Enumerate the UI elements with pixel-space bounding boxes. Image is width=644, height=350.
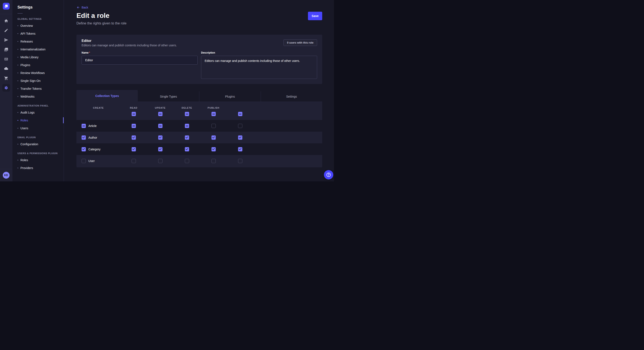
subnav-section-users-permissions-plugin: USERS & PERMISSIONS PLUGIN Roles Provide… (12, 152, 64, 172)
section-label: GLOBAL SETTINGS (18, 17, 64, 20)
subnav-item-review-workflows[interactable]: Review Workflows (12, 69, 64, 77)
tab-plugins[interactable]: Plugins (199, 91, 261, 102)
subnav-item-up-roles[interactable]: Roles (12, 156, 64, 164)
subnav-title: Settings (18, 5, 64, 9)
row-label: Article (88, 124, 97, 128)
author-update-checkbox[interactable] (185, 136, 189, 140)
row-checkbox-author[interactable] (82, 136, 86, 140)
description-field-group: Description Editors can manage and publi… (201, 51, 317, 80)
cloud-nav-button[interactable] (2, 65, 10, 72)
subnav-item-up-providers[interactable]: Providers (12, 164, 64, 172)
subnav-item-email-configuration[interactable]: Configuration (12, 140, 64, 148)
description-textarea[interactable]: Editors can manage and publish contents … (201, 56, 317, 79)
settings-subnav: Settings GLOBAL SETTINGS Overview API To… (12, 0, 64, 181)
article-update-checkbox[interactable] (185, 124, 189, 128)
row-label: User (88, 159, 95, 163)
bullet-dot-icon (18, 57, 18, 58)
row-checkbox-user[interactable] (82, 159, 86, 163)
subnav-item-audit-logs[interactable]: Audit Logs (12, 108, 64, 116)
user-avatar[interactable]: KD (3, 172, 10, 178)
subnav-section-administration-panel: ADMINISTRATION PANEL Audit Logs Roles Us… (12, 104, 64, 132)
category-update-checkbox[interactable] (185, 147, 189, 151)
user-delete-checkbox[interactable] (212, 159, 216, 163)
back-link[interactable]: Back (76, 6, 88, 9)
author-delete-checkbox[interactable] (212, 136, 216, 140)
author-publish-checkbox[interactable] (238, 136, 242, 140)
article-publish-checkbox[interactable] (238, 124, 242, 128)
bullet-dot-icon (18, 120, 18, 121)
subnav-item-api-tokens[interactable]: API Tokens (12, 29, 64, 37)
category-read-checkbox[interactable] (158, 147, 162, 151)
role-name-heading: Editor (82, 39, 177, 43)
subnav-item-plugins[interactable]: Plugins (12, 61, 64, 69)
rail-divider (0, 14, 12, 14)
content-type-builder-nav-button[interactable] (2, 55, 10, 63)
settings-nav-button[interactable] (2, 84, 10, 92)
releases-nav-button[interactable] (2, 36, 10, 44)
select-all-delete-checkbox[interactable] (212, 112, 216, 116)
pen-icon (4, 28, 8, 32)
strapi-logo[interactable] (3, 3, 10, 9)
home-nav-button[interactable] (2, 17, 10, 25)
paper-plane-icon (4, 38, 8, 42)
article-create-checkbox[interactable] (132, 124, 136, 128)
article-delete-checkbox[interactable] (212, 124, 216, 128)
strapi-logo-icon (4, 4, 8, 8)
rail-bottom-divider (0, 169, 12, 169)
media-library-nav-button[interactable] (2, 46, 10, 53)
tab-single-types[interactable]: Single Types (138, 91, 199, 102)
column-header-publish: PUBLISH (208, 107, 219, 109)
select-all-publish-checkbox[interactable] (238, 112, 242, 116)
permission-row-category: Category (76, 143, 322, 155)
role-details-card: Editor Editors can manage and publish co… (76, 35, 322, 84)
layout-icon (4, 57, 8, 61)
subnav-item-media-library[interactable]: Media Library (12, 53, 64, 61)
tab-settings[interactable]: Settings (261, 91, 322, 102)
author-read-checkbox[interactable] (158, 136, 162, 140)
subnav-item-internationalization[interactable]: Internationalization (12, 45, 64, 53)
category-publish-checkbox[interactable] (238, 147, 242, 151)
category-delete-checkbox[interactable] (212, 147, 216, 151)
select-all-update-checkbox[interactable] (185, 112, 189, 116)
bullet-dot-icon (18, 80, 18, 81)
subnav-item-webhooks[interactable]: Webhooks (12, 93, 64, 100)
subnav-item-transfer-tokens[interactable]: Transfer Tokens (12, 85, 64, 93)
select-all-row (76, 109, 322, 120)
bullet-dot-icon (18, 49, 18, 50)
subnav-item-releases[interactable]: Releases (12, 37, 64, 45)
name-input[interactable] (82, 56, 198, 65)
select-all-read-checkbox[interactable] (158, 112, 162, 116)
subnav-item-admin-users[interactable]: Users (12, 124, 64, 132)
main-content: Back Edit a role Save Define the rights … (64, 0, 334, 181)
role-description-text: Editors can manage and publish contents … (82, 44, 177, 47)
author-create-checkbox[interactable] (132, 136, 136, 140)
save-button[interactable]: Save (308, 12, 322, 20)
bullet-dot-icon (18, 160, 18, 161)
cloud-icon (4, 67, 8, 71)
category-create-checkbox[interactable] (132, 147, 136, 151)
article-read-checkbox[interactable] (158, 124, 162, 128)
subnav-item-admin-roles[interactable]: Roles (12, 116, 64, 124)
users-with-role-button[interactable]: 0 users with this role (284, 39, 317, 46)
select-all-create-checkbox[interactable] (132, 112, 136, 116)
user-read-checkbox[interactable] (158, 159, 162, 163)
row-checkbox-category[interactable] (82, 147, 86, 151)
marketplace-nav-button[interactable] (2, 74, 10, 82)
row-label: Category (88, 148, 100, 151)
user-update-checkbox[interactable] (185, 159, 189, 163)
tab-collection-types[interactable]: Collection Types (76, 90, 138, 102)
bullet-dot-icon (18, 144, 18, 145)
icon-rail: KD (0, 0, 12, 181)
row-checkbox-article[interactable] (82, 124, 86, 128)
permission-row-author: Author (76, 132, 322, 143)
help-button[interactable] (324, 170, 333, 179)
subnav-item-overview[interactable]: Overview (12, 22, 64, 29)
subnav-item-single-sign-on[interactable]: Single Sign-On (12, 77, 64, 85)
user-create-checkbox[interactable] (132, 159, 136, 163)
user-publish-checkbox[interactable] (238, 159, 242, 163)
arrow-left-icon (76, 6, 80, 9)
column-header-create: CREATE (93, 107, 104, 109)
content-manager-nav-button[interactable] (2, 26, 10, 34)
question-mark-icon (326, 172, 331, 177)
bullet-dot-icon (18, 128, 18, 129)
